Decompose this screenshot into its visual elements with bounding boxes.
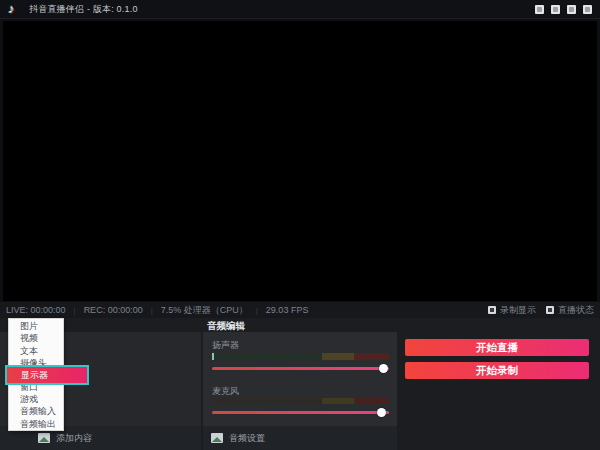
record-display-icon xyxy=(488,306,496,314)
record-display-toggle[interactable]: 录制显示 xyxy=(488,304,536,317)
rec-timer: REC: 00:00:00 xyxy=(84,305,143,315)
window-control-3-icon[interactable] xyxy=(567,5,576,14)
status-right-group: 录制显示 直播状态 xyxy=(488,304,594,317)
add-content-label: 添加内容 xyxy=(56,432,92,445)
audio-settings-icon xyxy=(211,433,223,443)
cpu-usage: 7.5% 处理器（CPU） xyxy=(161,304,248,317)
menu-item-audio-output[interactable]: 音频输出 xyxy=(9,418,63,430)
window-controls xyxy=(535,5,592,14)
speaker-vu-meter xyxy=(212,353,389,360)
menu-item-display-highlighted[interactable]: 显示器 xyxy=(5,365,89,385)
mic-vu-meter xyxy=(212,398,389,404)
video-preview-canvas[interactable] xyxy=(3,21,597,301)
titlebar: ♪ 抖音直播伴侣 - 版本: 0.1.0 xyxy=(0,0,600,19)
audio-settings-label: 音频设置 xyxy=(229,432,265,445)
status-separator: | xyxy=(151,306,153,315)
status-separator: | xyxy=(256,306,258,315)
mic-slider-handle[interactable] xyxy=(377,408,386,417)
window-title: 抖音直播伴侣 - 版本: 0.1.0 xyxy=(29,3,138,16)
start-record-button[interactable]: 开始录制 xyxy=(405,362,589,379)
window-control-4-icon[interactable] xyxy=(583,5,592,14)
menu-item-text[interactable]: 文本 xyxy=(9,345,63,357)
audio-settings-button[interactable]: 音频设置 xyxy=(203,426,397,450)
status-bar: LIVE: 00:00:00 | REC: 00:00:00 | 7.5% 处理… xyxy=(0,302,600,318)
workspace: 添加内容 音频编辑 扬声器 麦克风 音频设置 开始直播 开始录制 xyxy=(0,318,600,450)
menu-item-audio-input[interactable]: 音频输入 xyxy=(9,405,63,417)
live-status-icon xyxy=(546,306,554,314)
speaker-label: 扬声器 xyxy=(212,339,239,352)
audio-panel: 扬声器 麦克风 xyxy=(203,332,397,426)
record-display-label: 录制显示 xyxy=(500,304,536,317)
window-control-1-icon[interactable] xyxy=(535,5,544,14)
start-live-button[interactable]: 开始直播 xyxy=(405,339,589,356)
window-control-2-icon[interactable] xyxy=(551,5,560,14)
mic-label: 麦克风 xyxy=(212,385,239,398)
add-content-icon xyxy=(38,433,50,443)
live-status-label: 直播状态 xyxy=(558,304,594,317)
live-status-toggle[interactable]: 直播状态 xyxy=(546,304,594,317)
speaker-volume-slider[interactable] xyxy=(212,367,389,370)
menu-item-image[interactable]: 图片 xyxy=(9,320,63,332)
menu-item-video[interactable]: 视频 xyxy=(9,332,63,344)
speaker-slider-handle[interactable] xyxy=(379,364,388,373)
status-separator: | xyxy=(74,306,76,315)
mic-volume-slider[interactable] xyxy=(212,411,389,414)
douyin-logo-icon: ♪ xyxy=(8,2,20,16)
fps-counter: 29.03 FPS xyxy=(266,305,309,315)
menu-item-game[interactable]: 游戏 xyxy=(9,393,63,405)
live-timer: LIVE: 00:00:00 xyxy=(6,305,66,315)
